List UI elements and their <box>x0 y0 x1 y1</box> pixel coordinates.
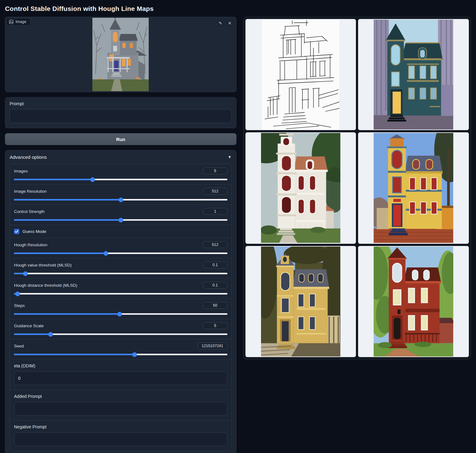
image-component-label: Image <box>16 20 26 24</box>
seed-label: Seed <box>14 344 24 348</box>
guidance-scale-value-input[interactable]: 5 <box>203 322 227 329</box>
image-resolution-label: Image Resolution <box>14 189 47 194</box>
guess-mode-label: Guess Mode <box>22 229 46 234</box>
clear-image-button[interactable]: ✕ <box>226 19 234 27</box>
guidance-scale-slider[interactable] <box>14 333 227 335</box>
control-strength-value-input[interactable]: 1 <box>203 208 227 215</box>
gallery-item-generated-2[interactable] <box>245 132 356 243</box>
page-title: Control Stable Diffusion with Hough Line… <box>5 3 471 17</box>
generated-image-2 <box>261 133 341 243</box>
eta-label: eta (DDIM) <box>14 363 227 368</box>
eta-input[interactable] <box>14 371 227 385</box>
eta-row: eta (DDIM) <box>10 359 231 390</box>
negative-prompt-label: Negative Prompt <box>14 424 227 429</box>
advanced-options-form: Images 5 Image Resolution 512 <box>10 164 232 451</box>
hough-line-map-image <box>262 20 340 130</box>
slider-handle[interactable] <box>15 291 20 296</box>
checkmark-icon <box>15 230 18 233</box>
images-slider-row: Images 5 <box>10 164 231 184</box>
seed-value-input[interactable]: 1215107241 <box>198 342 227 349</box>
image-resolution-value-input[interactable]: 512 <box>203 188 227 195</box>
steps-value-input[interactable]: 50 <box>203 302 227 309</box>
slider-handle[interactable] <box>119 197 123 202</box>
generated-image-4 <box>261 247 341 356</box>
image-resolution-slider[interactable] <box>14 199 227 201</box>
images-value-input[interactable]: 5 <box>203 168 227 174</box>
slider-handle[interactable] <box>23 271 28 276</box>
hough-distance-threshold-slider-row: Hough distance threshold (MLSD) 0.1 <box>10 278 231 299</box>
advanced-options-header[interactable]: Advanced options ▼ <box>10 154 232 160</box>
app-root: Control Stable Diffusion with Hough Line… <box>0 0 476 453</box>
control-strength-slider-row: Control Strength 1 <box>10 205 231 225</box>
prompt-input[interactable] <box>10 109 232 123</box>
hough-resolution-slider-row: Hough Resolution 512 <box>10 238 231 258</box>
slider-handle[interactable] <box>132 352 137 357</box>
guidance-scale-slider-row: Guidance Scale 5 <box>10 319 231 339</box>
hough-value-threshold-slider[interactable] <box>14 273 227 274</box>
edit-image-button[interactable]: ✎ <box>217 19 224 27</box>
gallery-item-hough-line-map[interactable] <box>245 19 356 130</box>
hough-value-threshold-slider-row: Hough value threshold (MLSD) 0.1 <box>10 258 231 278</box>
image-icon <box>9 20 13 24</box>
output-gallery <box>243 17 471 359</box>
pencil-icon: ✎ <box>219 21 222 26</box>
steps-slider[interactable] <box>14 313 227 315</box>
guess-mode-row: Guess Mode <box>10 225 231 238</box>
hough-distance-threshold-value-input[interactable]: 0.1 <box>203 282 227 289</box>
guess-mode-checkbox[interactable] <box>14 229 19 234</box>
hough-resolution-label: Hough Resolution <box>14 243 47 247</box>
steps-slider-row: Steps 50 <box>10 299 231 319</box>
gallery-item-generated-1[interactable] <box>358 19 469 130</box>
hough-resolution-value-input[interactable]: 512 <box>203 241 227 248</box>
gallery-item-generated-3[interactable] <box>358 132 469 243</box>
slider-handle[interactable] <box>90 177 95 182</box>
image-input-dropzone[interactable]: Image ✎ ✕ <box>5 17 236 92</box>
negative-prompt-row: Negative Prompt <box>10 420 231 451</box>
slider-handle[interactable] <box>119 218 123 222</box>
steps-label: Steps <box>14 303 25 308</box>
added-prompt-input[interactable] <box>14 402 227 416</box>
image-resolution-slider-row: Image Resolution 512 <box>10 184 231 205</box>
gallery-item-generated-4[interactable] <box>245 246 356 357</box>
seed-slider-row: Seed 1215107241 <box>10 339 231 359</box>
added-prompt-row: Added Prompt <box>10 390 231 420</box>
prompt-block: Prompt <box>5 97 236 128</box>
hough-value-threshold-label: Hough value threshold (MLSD) <box>14 263 72 267</box>
hough-distance-threshold-label: Hough distance threshold (MLSD) <box>14 283 77 288</box>
control-strength-label: Control Strength <box>14 209 44 214</box>
slider-handle[interactable] <box>48 332 53 337</box>
images-slider[interactable] <box>14 179 227 180</box>
slider-handle[interactable] <box>104 251 108 256</box>
gallery-item-generated-5[interactable] <box>358 246 469 357</box>
hough-distance-threshold-slider[interactable] <box>14 293 227 295</box>
generated-image-1 <box>374 20 453 130</box>
uploaded-image[interactable] <box>92 18 149 91</box>
negative-prompt-input[interactable] <box>14 432 227 446</box>
slider-handle[interactable] <box>117 312 122 316</box>
seed-slider[interactable] <box>14 354 227 355</box>
hough-resolution-slider[interactable] <box>14 252 227 254</box>
generated-image-3 <box>374 133 453 243</box>
chevron-down-icon: ▼ <box>228 155 232 159</box>
image-component-badge: Image <box>6 18 30 26</box>
guidance-scale-label: Guidance Scale <box>14 323 44 328</box>
hough-value-threshold-value-input[interactable]: 0.1 <box>203 262 227 268</box>
control-strength-slider[interactable] <box>14 219 227 221</box>
added-prompt-label: Added Prompt <box>14 394 227 399</box>
images-label: Images <box>14 169 28 173</box>
advanced-options-title: Advanced options <box>10 154 47 160</box>
close-icon: ✕ <box>228 21 231 26</box>
run-button[interactable]: Run <box>5 133 236 145</box>
generated-image-5 <box>374 247 453 356</box>
prompt-label: Prompt <box>10 101 232 106</box>
advanced-options-accordion: Advanced options ▼ Images 5 <box>5 150 236 453</box>
